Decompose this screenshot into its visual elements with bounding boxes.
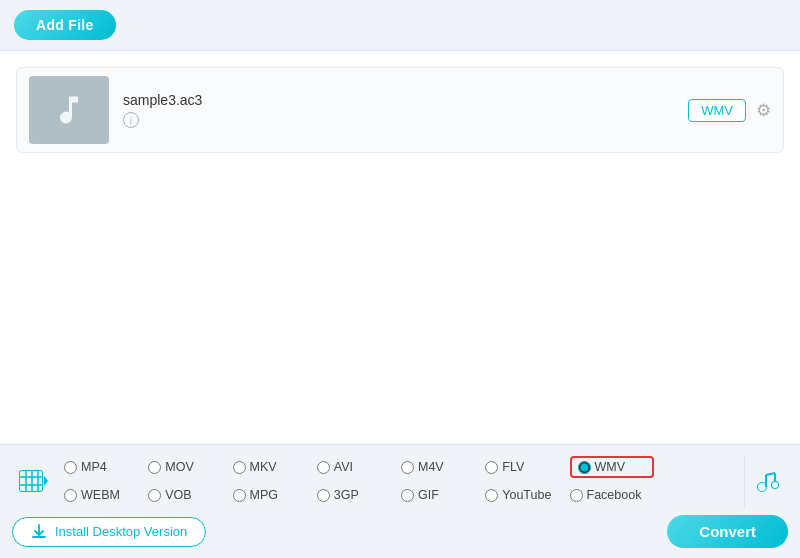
download-icon — [31, 524, 47, 540]
settings-button[interactable]: ⚙ — [756, 100, 771, 121]
file-actions: WMV ⚙ — [688, 99, 771, 122]
install-desktop-button[interactable]: Install Desktop Version — [12, 517, 206, 547]
format-option-webm[interactable]: WEBM — [64, 488, 148, 502]
svg-marker-7 — [44, 476, 48, 486]
format-option-m4v[interactable]: M4V — [401, 460, 485, 474]
audio-icon — [753, 467, 781, 495]
file-info: sample3.ac3 i — [123, 92, 674, 128]
file-thumbnail — [29, 76, 109, 144]
video-mode-button[interactable] — [12, 455, 56, 507]
format-option-mov[interactable]: MOV — [148, 460, 232, 474]
svg-point-9 — [758, 483, 766, 491]
format-badge-button[interactable]: WMV — [688, 99, 746, 122]
convert-button[interactable]: Convert — [667, 515, 788, 548]
format-option-facebook[interactable]: Facebook — [570, 488, 654, 502]
audio-mode-button[interactable] — [744, 455, 788, 507]
format-grid: MP4 MOV MKV AVI M4V FLV — [64, 455, 738, 507]
format-option-mpg[interactable]: MPG — [233, 488, 317, 502]
format-option-mp4[interactable]: MP4 — [64, 460, 148, 474]
main-content: sample3.ac3 i WMV ⚙ — [0, 51, 800, 444]
format-option-wmv[interactable]: WMV — [570, 456, 654, 478]
format-option-gif[interactable]: GIF — [401, 488, 485, 502]
file-name: sample3.ac3 — [123, 92, 674, 108]
format-option-3gp[interactable]: 3GP — [317, 488, 401, 502]
svg-line-11 — [766, 473, 775, 475]
bottom-actions: Install Desktop Version Convert — [0, 507, 800, 558]
gear-icon: ⚙ — [756, 100, 771, 121]
format-option-mkv[interactable]: MKV — [233, 460, 317, 474]
bottom-bar: MP4 MOV MKV AVI M4V FLV — [0, 444, 800, 558]
install-label: Install Desktop Version — [55, 524, 187, 539]
format-option-vob[interactable]: VOB — [148, 488, 232, 502]
add-file-button[interactable]: Add File — [14, 10, 116, 40]
format-option-flv[interactable]: FLV — [485, 460, 569, 474]
info-icon[interactable]: i — [123, 112, 139, 128]
toolbar: Add File — [0, 0, 800, 51]
music-icon — [51, 92, 87, 128]
svg-point-14 — [772, 482, 778, 488]
format-option-avi[interactable]: AVI — [317, 460, 401, 474]
format-option-youtube[interactable]: YouTube — [485, 488, 569, 502]
video-icon — [18, 465, 50, 497]
format-selector-row: MP4 MOV MKV AVI M4V FLV — [0, 445, 800, 507]
file-item: sample3.ac3 i WMV ⚙ — [16, 67, 784, 153]
